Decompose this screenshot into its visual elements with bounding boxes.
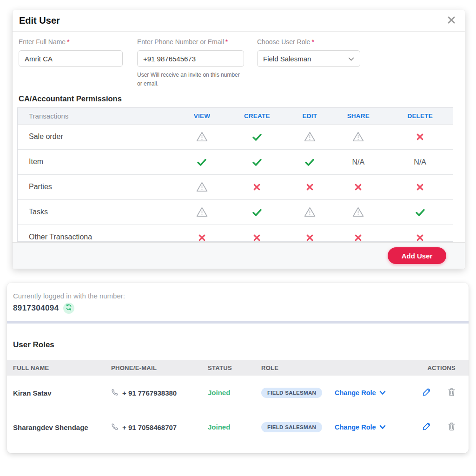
permission-cell[interactable] (224, 149, 291, 174)
view-column-header: VIEW (180, 108, 224, 124)
user-name: Sharangdev Shendage (7, 423, 111, 431)
permission-status-icon (196, 131, 208, 142)
full-name-label: Enter Full Name* (19, 38, 123, 46)
logged-in-number: 8917304094 (13, 304, 59, 313)
permission-status-icon (416, 234, 424, 242)
permission-status-icon (354, 234, 362, 242)
permission-cell[interactable] (291, 124, 330, 149)
permission-status-icon (197, 158, 207, 166)
close-button[interactable] (446, 15, 456, 27)
permission-cell[interactable] (291, 149, 330, 174)
permission-status-icon (416, 183, 424, 191)
permission-cell[interactable] (180, 124, 224, 149)
permission-cell[interactable] (180, 199, 224, 225)
permission-cell[interactable] (224, 124, 291, 149)
role-label: Choose User Role* (257, 38, 360, 46)
refresh-icon (66, 304, 72, 312)
permission-cell[interactable] (180, 225, 224, 242)
permission-cell[interactable] (180, 174, 224, 199)
permission-cell[interactable] (224, 199, 291, 225)
create-column-header: CREATE (224, 108, 291, 124)
status-column-header: STATUS (208, 364, 261, 371)
permission-cell[interactable] (224, 225, 291, 242)
user-roles-header-row: FULL NAME PHONE/E-MAIL STATUS ROLE ACTIO… (7, 360, 469, 376)
user-name: Kiran Satav (7, 389, 111, 397)
phone-column-header: PHONE/E-MAIL (111, 364, 208, 371)
edit-user-form: Enter Full Name* Enter Phone Number or E… (19, 38, 465, 88)
permission-status-icon (253, 234, 261, 242)
chevron-down-icon (348, 55, 354, 63)
required-asterisk: * (67, 38, 69, 46)
permission-row-label: Tasks (18, 199, 180, 225)
edit-user-button[interactable] (422, 422, 431, 433)
permission-status-icon: N/A (414, 158, 426, 166)
permission-cell[interactable] (291, 174, 330, 199)
permission-cell[interactable]: N/A (387, 149, 453, 174)
permission-row-other-transactions: Other Transactiona (18, 225, 453, 242)
modal-body: Enter Full Name* Enter Phone Number or E… (13, 32, 465, 242)
permission-status-icon (306, 234, 314, 242)
user-phone: + 91 7058468707 (122, 423, 177, 431)
add-user-button[interactable]: Add User (388, 247, 446, 264)
permission-status-icon (198, 234, 206, 242)
delete-user-button[interactable] (448, 422, 456, 433)
phone-helper-text: User Will receive an invite on this numb… (137, 71, 244, 88)
permission-row-label: Parties (18, 174, 180, 199)
permission-cell[interactable] (329, 225, 387, 242)
permission-row-label: Other Transactiona (18, 225, 180, 242)
share-column-header: SHARE (329, 108, 387, 124)
chevron-down-icon (379, 389, 386, 397)
permission-status-icon (253, 183, 261, 191)
phone-field-group: Enter Phone Number or Email* User Will r… (137, 38, 244, 88)
permission-cell[interactable] (387, 174, 453, 199)
full-name-field-group: Enter Full Name* (19, 38, 123, 88)
delete-user-button[interactable] (448, 388, 456, 398)
logged-in-block: Currently logged in with the number: 891… (7, 283, 469, 314)
permission-cell[interactable] (329, 199, 387, 225)
permission-cell[interactable] (291, 225, 330, 242)
edit-user-modal: Edit User Enter Full Name* Enter Phone N… (13, 10, 465, 269)
permission-status-icon (252, 133, 262, 141)
refresh-number-button[interactable] (63, 303, 74, 314)
permissions-table: Transactions VIEW CREATE EDIT SHARE DELE… (17, 107, 453, 242)
full-name-column-header: FULL NAME (7, 364, 111, 371)
user-status: Joined (208, 389, 230, 397)
permission-cell[interactable] (329, 174, 387, 199)
user-role-select[interactable]: Field Salesman (257, 50, 360, 67)
permission-cell[interactable]: N/A (329, 149, 387, 174)
permission-status-icon (415, 208, 425, 217)
permission-cell[interactable] (180, 149, 224, 174)
permission-cell[interactable] (387, 225, 453, 242)
user-row: Kiran Satav + 91 7767938380 Joined FIELD… (7, 376, 469, 410)
section-divider (7, 321, 469, 324)
permission-status-icon (252, 208, 262, 217)
phone-input[interactable] (137, 50, 244, 67)
permission-cell[interactable] (387, 124, 453, 149)
transactions-column-header: Transactions (18, 108, 180, 124)
permission-status-icon (352, 131, 364, 142)
permission-cell[interactable] (387, 199, 453, 225)
permission-status-icon (354, 183, 362, 191)
permissions-section-title: CA/Accountant Permissions (19, 94, 465, 103)
permission-cell[interactable] (291, 199, 330, 225)
change-role-button[interactable]: Change Role (335, 389, 386, 397)
user-status: Joined (208, 423, 230, 431)
full-name-input[interactable] (19, 50, 123, 67)
user-row: Sharangdev Shendage + 91 7058468707 Join… (7, 410, 469, 444)
modal-footer: Add User (13, 242, 465, 269)
permission-status-icon (416, 133, 424, 141)
permission-status-icon (304, 206, 316, 218)
permission-row-tasks: Tasks (18, 199, 453, 225)
user-roles-card: Currently logged in with the number: 891… (7, 283, 469, 453)
change-role-button[interactable]: Change Role (335, 423, 386, 431)
permission-row-parties: Parties (18, 174, 453, 199)
permission-cell[interactable] (224, 174, 291, 199)
edit-user-button[interactable] (422, 388, 431, 398)
permission-row-item: Item N/A N/A (18, 149, 453, 174)
delete-column-header: DELETE (387, 108, 453, 124)
chevron-down-icon (379, 423, 386, 431)
permission-cell[interactable] (329, 124, 387, 149)
permission-status-icon (196, 206, 208, 218)
user-roles-title: User Roles (13, 340, 469, 350)
permission-status-icon (252, 158, 262, 166)
